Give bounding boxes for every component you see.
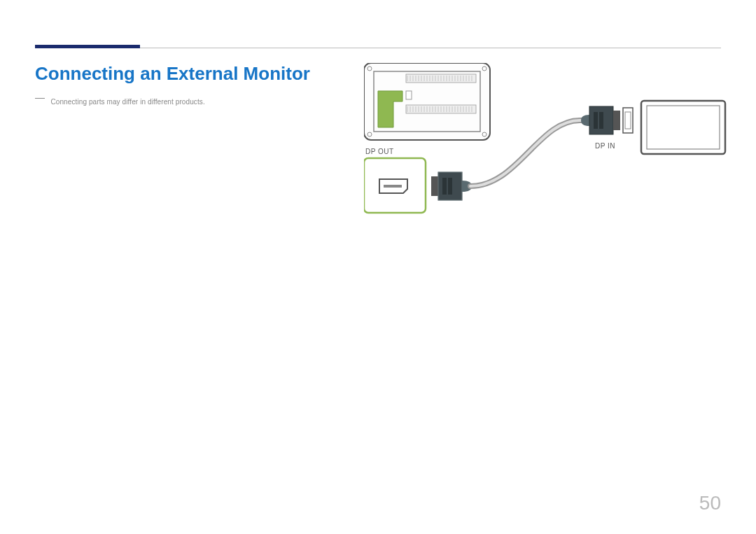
svg-rect-66 [599, 112, 603, 129]
dp-plug-left [431, 172, 472, 200]
dp-in-port [623, 108, 633, 133]
page-number: 50 [699, 492, 721, 514]
svg-rect-59 [431, 176, 438, 196]
connection-diagram: DP OUT [364, 63, 728, 224]
svg-rect-71 [647, 106, 720, 149]
dp-plug-right [581, 106, 620, 134]
svg-rect-69 [625, 112, 631, 129]
svg-point-4 [368, 132, 372, 136]
svg-rect-65 [594, 112, 598, 129]
note-text: Connecting parts may differ in different… [50, 98, 204, 106]
external-monitor [641, 101, 725, 154]
svg-rect-63 [448, 178, 452, 195]
dp-out-label: DP OUT [365, 148, 394, 155]
source-device-back [364, 63, 490, 140]
note-dash [35, 98, 45, 102]
dp-in-label: DP IN [595, 142, 615, 150]
svg-rect-58 [384, 185, 402, 188]
svg-point-5 [482, 132, 486, 136]
header-accent [35, 45, 140, 48]
svg-rect-67 [613, 111, 620, 130]
svg-rect-56 [406, 91, 412, 99]
svg-point-2 [368, 66, 372, 71]
dp-out-port-closeup [364, 158, 426, 213]
svg-point-3 [482, 66, 486, 71]
svg-rect-62 [442, 178, 447, 195]
